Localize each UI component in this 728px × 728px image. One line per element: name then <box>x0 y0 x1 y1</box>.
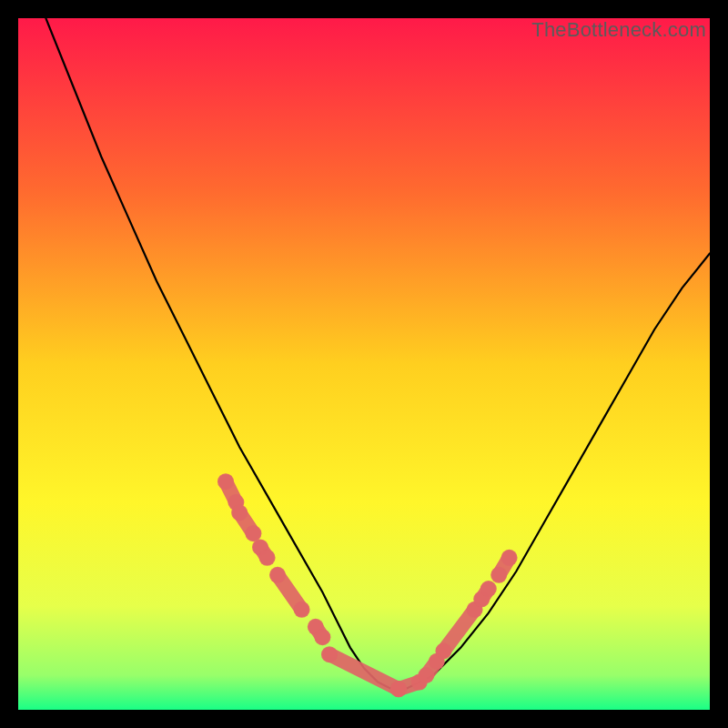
highlight-dot <box>231 504 248 521</box>
highlight-dot <box>390 681 407 697</box>
highlight-dot <box>321 646 338 662</box>
chart-frame: TheBottleneck.com <box>18 18 710 710</box>
highlight-dot <box>314 629 330 645</box>
highlight-dot <box>294 602 310 618</box>
highlight-dot <box>259 550 276 566</box>
highlight-dot <box>217 473 234 490</box>
bottleneck-chart <box>18 18 710 710</box>
highlight-dot <box>269 567 286 583</box>
highlight-dot <box>435 642 451 659</box>
highlight-dot <box>501 550 518 566</box>
highlight-dot <box>480 581 497 597</box>
highlight-dot <box>490 567 507 583</box>
gradient-background <box>18 18 710 710</box>
highlight-dot <box>418 667 434 683</box>
